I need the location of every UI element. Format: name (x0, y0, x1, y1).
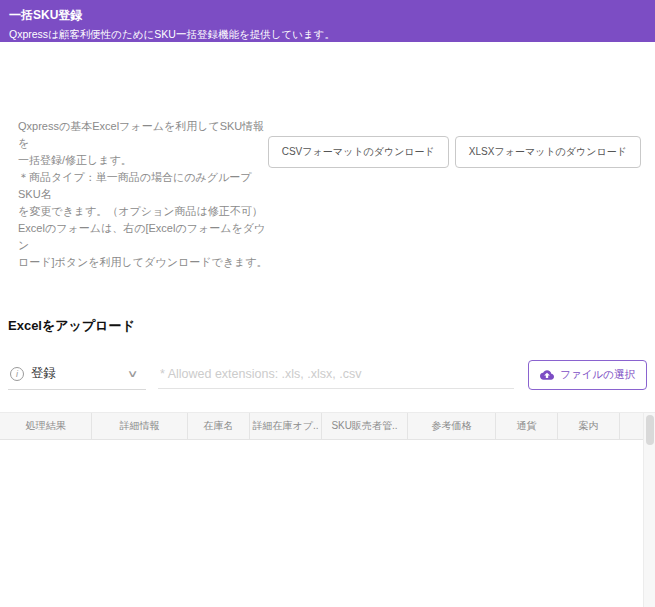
csv-download-button[interactable]: CSVフォーマットのダウンロード (268, 136, 449, 168)
page-header: 一括SKU登録 Qxpressは顧客利便性のためにSKU一括登録機能を提供してい… (0, 0, 655, 42)
mode-select-dropdown[interactable]: i 登録 ∨ (8, 359, 146, 390)
results-table: 処理結果 詳細情報 在庫名 詳細在庫オプ.. SKU販売者管.. 参考価格 通貨… (0, 412, 655, 607)
file-path-input[interactable] (158, 360, 514, 389)
column-header: 在庫名 (188, 413, 250, 439)
intro-line: Excelのフォームは、右の[Excelのフォームをダウン (18, 220, 268, 254)
table-body-empty (0, 440, 643, 607)
intro-section: Qxpressの基本Excelフォームを利用してSKU情報を 一括登録/修正しま… (0, 118, 655, 271)
chevron-down-icon: ∨ (126, 368, 138, 379)
cloud-upload-icon (540, 368, 554, 382)
upload-row: i 登録 ∨ ファイルの選択 (8, 359, 647, 390)
intro-line: Qxpressの基本Excelフォームを利用してSKU情報を (18, 118, 268, 152)
column-header: 処理結果 (0, 413, 92, 439)
intro-text: Qxpressの基本Excelフォームを利用してSKU情報を 一括登録/修正しま… (18, 118, 268, 271)
column-header: SKU販売者管.. (322, 413, 408, 439)
intro-line: 一括登録/修正します。 (18, 152, 268, 169)
intro-line: を変更できます。（オプション商品は修正不可） (18, 203, 268, 220)
info-icon: i (10, 367, 24, 381)
page-title: 一括SKU登録 (9, 7, 646, 24)
column-header: 参考価格 (408, 413, 496, 439)
mode-select-value: 登録 (31, 365, 129, 382)
choose-file-label: ファイルの選択 (560, 368, 635, 382)
vertical-scrollbar[interactable] (643, 413, 655, 607)
intro-line: ロード]ボタンを利用してダウンロードできます。 (18, 254, 268, 271)
page-subtitle: Qxpressは顧客利便性のためにSKU一括登録機能を提供しています。 (9, 28, 646, 42)
column-header: 詳細情報 (92, 413, 188, 439)
vertical-scrollbar-thumb[interactable] (646, 415, 654, 445)
intro-line: ＊商品タイプ：単一商品の場合にのみグループSKU名 (18, 169, 268, 203)
download-buttons: CSVフォーマットのダウンロード XLSXフォーマットのダウンロード (268, 136, 641, 168)
column-header: 工 (620, 413, 643, 439)
choose-file-button[interactable]: ファイルの選択 (528, 360, 647, 390)
table-header-row: 処理結果 詳細情報 在庫名 詳細在庫オプ.. SKU販売者管.. 参考価格 通貨… (0, 413, 643, 440)
column-header: 通貨 (496, 413, 558, 439)
xlsx-download-button[interactable]: XLSXフォーマットのダウンロード (455, 136, 641, 168)
upload-section-title: Excelをアップロード (0, 317, 655, 335)
column-header: 案内 (558, 413, 620, 439)
column-header: 詳細在庫オプ.. (250, 413, 322, 439)
